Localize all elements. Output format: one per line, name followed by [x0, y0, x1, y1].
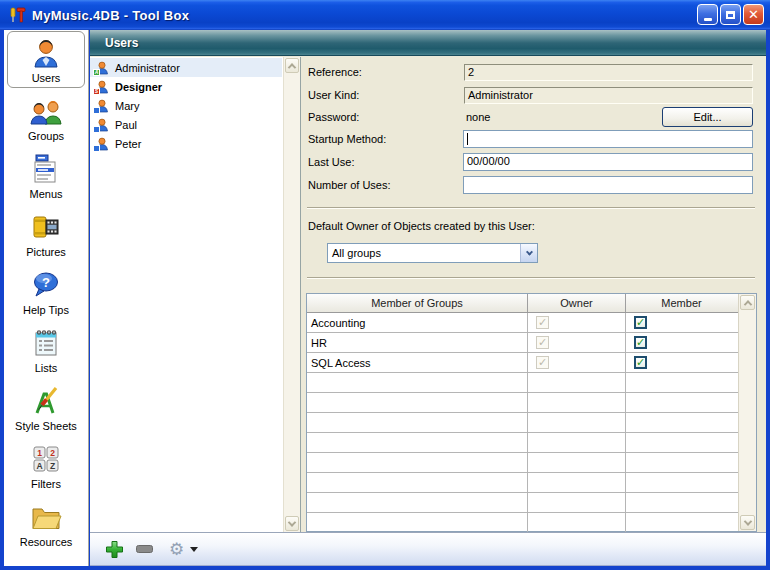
user-admin-icon: A [95, 61, 109, 75]
table-empty-row [307, 373, 738, 393]
scroll-down-button[interactable] [285, 516, 299, 531]
table-row-hr: HR ✓ ✓ [307, 333, 738, 353]
user-list: A Administrator S Designer M [90, 57, 301, 532]
bottom-toolbar: ⚙ [90, 532, 766, 566]
group-name-cell: SQL Access [307, 353, 527, 372]
close-button[interactable]: ✕ [743, 4, 764, 25]
password-label: Password: [308, 111, 359, 123]
owner-checkbox-disabled: ✓ [536, 356, 549, 369]
main-panel: Users A Administrator S Designer [90, 30, 766, 566]
separator [307, 207, 755, 209]
close-icon: ✕ [748, 8, 759, 21]
reference-label: Reference: [308, 66, 362, 78]
chevron-down-icon [288, 518, 296, 526]
gear-dropdown-arrow[interactable] [190, 547, 198, 552]
delete-user-button[interactable] [136, 545, 153, 553]
chevron-up-icon [743, 300, 751, 308]
sidebar-item-label: Pictures [26, 246, 66, 258]
member-checkbox[interactable]: ✓ [634, 316, 647, 329]
member-checkbox[interactable]: ✓ [634, 356, 647, 369]
table-scrollbar[interactable] [738, 294, 756, 531]
scroll-down-button[interactable] [740, 515, 755, 530]
list-item-designer[interactable]: S Designer [90, 77, 282, 96]
sidebar-item-resources[interactable]: Resources [7, 495, 85, 552]
column-header-member-of-groups[interactable]: Member of Groups [307, 294, 527, 312]
password-value: none [466, 111, 490, 123]
last-use-label: Last Use: [308, 156, 354, 168]
user-name: Administrator [115, 62, 180, 74]
combo-selected-value: All groups [328, 247, 520, 259]
sidebar-item-label: Groups [28, 130, 64, 142]
remove-icon [136, 545, 153, 553]
chevron-down-icon [743, 517, 751, 525]
maximize-icon [726, 11, 735, 19]
panel-header: Users [90, 30, 766, 56]
user-details-panel: Reference: 2 User Kind: Administrator Pa… [302, 57, 766, 532]
scroll-up-button[interactable] [740, 295, 755, 310]
sidebar-item-label: Help Tips [23, 304, 69, 316]
combo-dropdown-button[interactable] [520, 244, 537, 262]
table-row-accounting: Accounting ✓ ✓ [307, 313, 738, 333]
edit-password-button[interactable]: Edit... [662, 107, 753, 127]
page-title: Users [105, 36, 138, 50]
check-icon: ✓ [636, 317, 645, 328]
number-of-uses-input[interactable] [463, 176, 753, 194]
owner-checkbox-disabled: ✓ [536, 316, 549, 329]
check-icon: ✓ [636, 357, 645, 368]
sidebar-item-help-tips[interactable]: ? Help Tips [7, 263, 85, 320]
sidebar-item-users[interactable]: Users [7, 31, 85, 88]
user-designer-icon: S [95, 80, 109, 94]
table-row-sql-access: SQL Access ✓ ✓ [307, 353, 738, 373]
user-icon [95, 137, 109, 151]
actions-gear-button[interactable]: ⚙ [169, 541, 184, 558]
titlebar[interactable]: MyMusic.4DB - Tool Box ✕ [0, 0, 770, 30]
gear-icon: ⚙ [169, 541, 184, 558]
member-checkbox[interactable]: ✓ [634, 336, 647, 349]
last-use-input[interactable]: 00/00/00 [463, 153, 753, 171]
member-badge [93, 107, 100, 114]
scroll-up-button[interactable] [285, 58, 299, 73]
check-icon: ✓ [538, 317, 547, 328]
sidebar-item-groups[interactable]: Groups [7, 89, 85, 146]
sidebar: Users Groups [4, 30, 89, 566]
pictures-icon [31, 209, 61, 245]
maximize-button[interactable] [720, 4, 741, 25]
separator [307, 277, 755, 279]
list-item-mary[interactable]: Mary [90, 96, 282, 115]
table-empty-row [307, 493, 738, 513]
user-icon [95, 118, 109, 132]
sidebar-item-label: Lists [35, 362, 58, 374]
user-kind-field: Administrator [464, 87, 753, 104]
list-item-administrator[interactable]: A Administrator [90, 58, 282, 77]
column-header-member[interactable]: Member [625, 294, 737, 312]
chevron-up-icon [288, 63, 296, 71]
sidebar-item-menus[interactable]: Menus [7, 147, 85, 204]
user-list-scrollbar[interactable] [283, 57, 300, 532]
sidebar-item-style-sheets[interactable]: Style Sheets [7, 379, 85, 436]
sidebar-item-filters[interactable]: 1 2 A Z Filters [7, 437, 85, 494]
default-owner-label: Default Owner of Objects created by this… [308, 220, 535, 232]
sidebar-item-lists[interactable]: Lists [7, 321, 85, 378]
minimize-button[interactable] [697, 4, 718, 25]
resources-icon [30, 499, 62, 535]
check-icon: ✓ [636, 337, 645, 348]
member-of-groups-table: Member of Groups Owner Member Accounting… [306, 293, 757, 532]
startup-method-label: Startup Method: [308, 133, 386, 145]
table-empty-row [307, 513, 738, 533]
sidebar-item-pictures[interactable]: Pictures [7, 205, 85, 262]
check-icon: ✓ [538, 357, 547, 368]
column-header-owner[interactable]: Owner [527, 294, 625, 312]
startup-method-input[interactable] [463, 130, 753, 148]
user-kind-label: User Kind: [308, 89, 359, 101]
table-empty-row [307, 473, 738, 493]
add-user-button[interactable] [105, 540, 124, 559]
table-header-row: Member of Groups Owner Member [307, 294, 738, 313]
table-empty-row [307, 413, 738, 433]
default-owner-select[interactable]: All groups [327, 243, 538, 263]
reference-field: 2 [464, 64, 753, 81]
list-item-paul[interactable]: Paul [90, 115, 282, 134]
admin-badge: A [93, 69, 100, 76]
list-item-peter[interactable]: Peter [90, 134, 282, 153]
app-window: MyMusic.4DB - Tool Box ✕ Users [0, 0, 770, 570]
sidebar-item-label: Users [32, 72, 61, 84]
